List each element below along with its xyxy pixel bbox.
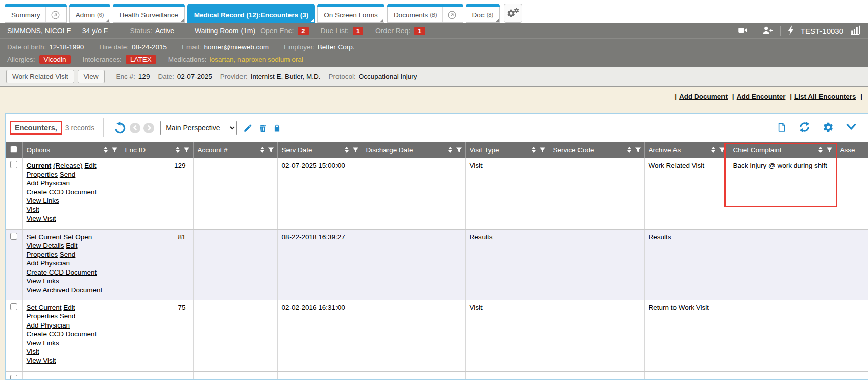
sort-icon[interactable] [176, 147, 180, 153]
row-action-link[interactable]: View Visit [27, 214, 56, 222]
row-action-link[interactable]: Properties [27, 171, 58, 178]
collapse-chevron-icon[interactable] [846, 123, 857, 133]
order-req-badge[interactable]: 1 [414, 27, 425, 35]
row-action-link[interactable]: Edit [63, 304, 75, 311]
row-action-link[interactable]: Add Physician [27, 179, 70, 187]
open-enc-badge[interactable]: 2 [298, 27, 308, 35]
row-action-link[interactable]: View Archived Document [27, 286, 103, 294]
tab-settings-button[interactable] [504, 4, 522, 23]
filter-icon[interactable] [456, 147, 462, 153]
undo-icon[interactable] [113, 121, 127, 135]
column-header-service-code[interactable]: Service Code [549, 142, 644, 158]
row-action-link[interactable]: View Links [27, 197, 59, 204]
filter-icon[interactable] [183, 147, 190, 153]
row-action-link[interactable]: Edit [66, 242, 77, 249]
tab-health-surveillance[interactable]: Health Surveillance [113, 4, 184, 23]
sort-icon[interactable] [627, 147, 631, 153]
row-action-link[interactable]: Properties [27, 312, 58, 320]
next-page-icon[interactable] [143, 123, 154, 133]
column-header-chief-complaint[interactable]: Chief Complaint [729, 142, 836, 158]
row-action-link[interactable]: Current [27, 161, 52, 169]
row-checkbox[interactable] [10, 233, 17, 240]
work-related-visit-button[interactable]: Work Related Visit [6, 70, 74, 83]
prev-page-icon[interactable] [130, 123, 140, 133]
add-encounter-link[interactable]: Add Encounter [737, 93, 786, 100]
row-checkbox[interactable] [10, 161, 17, 168]
column-header-serv-date[interactable]: Serv Date [277, 142, 362, 158]
sort-icon[interactable] [345, 147, 349, 153]
row-action-link[interactable]: (Release) [53, 161, 83, 169]
filter-icon[interactable] [111, 147, 118, 153]
row-action-link[interactable]: Set Open [63, 233, 92, 241]
filter-icon[interactable] [719, 147, 726, 153]
sort-icon[interactable] [711, 147, 715, 153]
list-all-encounters-link[interactable]: List All Encounters [794, 93, 856, 100]
row-action-link[interactable]: View Links [27, 277, 59, 285]
tab-accent [5, 4, 67, 7]
delete-trash-icon[interactable] [258, 123, 267, 133]
view-button[interactable]: View [78, 70, 105, 83]
bar-chart-icon[interactable] [850, 25, 861, 37]
row-action-link[interactable]: Send [60, 171, 76, 178]
column-header-visit-type[interactable]: Visit Type [465, 142, 549, 158]
row-action-link[interactable]: Set Current [27, 304, 62, 311]
row-checkbox[interactable] [10, 375, 17, 380]
row-action-link[interactable]: Send [60, 312, 76, 320]
row-action-link[interactable]: Add Physician [27, 321, 70, 329]
lightning-icon[interactable] [787, 25, 794, 37]
grid-settings-gear-icon[interactable] [823, 122, 834, 134]
column-header-archive-as[interactable]: Archive As [644, 142, 729, 158]
column-header-assessment[interactable]: Asse [836, 142, 868, 158]
refresh-icon[interactable] [799, 121, 810, 134]
tab-admin[interactable]: Admin (6) [69, 4, 111, 23]
row-action-link[interactable]: View Links [27, 339, 59, 347]
row-action-link[interactable]: Visit [27, 206, 39, 213]
perspective-select[interactable]: Main Perspective [160, 121, 237, 135]
select-all-checkbox[interactable] [10, 146, 17, 153]
new-document-icon[interactable] [777, 122, 787, 134]
row-action-link[interactable]: Visit [27, 348, 39, 355]
popout-icon[interactable] [45, 7, 60, 22]
intolerance-badge[interactable]: LATEX [126, 55, 156, 64]
visit-type-cell: Results [465, 229, 549, 300]
add-document-link[interactable]: Add Document [679, 93, 728, 100]
tab-medical-record[interactable]: Medical Record (12):Encounters (3) [187, 4, 315, 23]
row-action-link[interactable]: Send [60, 251, 76, 258]
row-action-link[interactable]: Create CCD Document [27, 268, 97, 276]
tab-doc[interactable]: Doc (8) [466, 4, 500, 23]
row-action-link[interactable]: Edit [84, 161, 96, 169]
add-person-icon[interactable] [762, 25, 774, 37]
filter-icon[interactable] [352, 147, 359, 153]
row-action-link[interactable]: Create CCD Document [27, 330, 97, 338]
tab-summary[interactable]: Summary [5, 4, 67, 23]
lock-icon[interactable] [273, 123, 281, 133]
row-action-link[interactable]: View Details [27, 242, 64, 249]
row-action-link[interactable]: Add Physician [27, 259, 70, 267]
allergy-badge[interactable]: Vicodin [39, 55, 71, 64]
filter-icon[interactable] [635, 147, 641, 153]
sort-icon[interactable] [448, 147, 452, 153]
column-header-discharge-date[interactable]: Discharge Date [362, 142, 465, 158]
tab-documents[interactable]: Documents (8) [387, 4, 463, 23]
filter-icon[interactable] [826, 147, 833, 153]
column-header-options[interactable]: Options [22, 142, 121, 158]
sort-icon[interactable] [532, 147, 536, 153]
due-list-badge[interactable]: 1 [353, 27, 363, 35]
video-camera-icon[interactable] [737, 25, 748, 37]
row-action-link[interactable]: Create CCD Document [27, 188, 97, 196]
popout-icon[interactable] [442, 7, 457, 22]
column-header-account[interactable]: Account # [193, 142, 277, 158]
sort-icon[interactable] [104, 147, 108, 153]
row-action-link[interactable]: Properties [27, 251, 58, 258]
sort-icon[interactable] [260, 147, 264, 153]
tab-on-screen-forms[interactable]: On Screen Forms [317, 4, 384, 23]
row-action-link[interactable]: View Visit [27, 357, 56, 364]
row-action-link[interactable]: Set Current [27, 233, 62, 241]
filter-icon[interactable] [268, 147, 274, 153]
medications-value[interactable]: losartan, naproxen sodium oral [209, 56, 303, 63]
column-header-enc-id[interactable]: Enc ID [121, 142, 193, 158]
row-checkbox[interactable] [10, 303, 17, 310]
sort-icon[interactable] [818, 147, 823, 153]
filter-icon[interactable] [539, 147, 546, 153]
edit-pencil-icon[interactable] [243, 123, 253, 133]
